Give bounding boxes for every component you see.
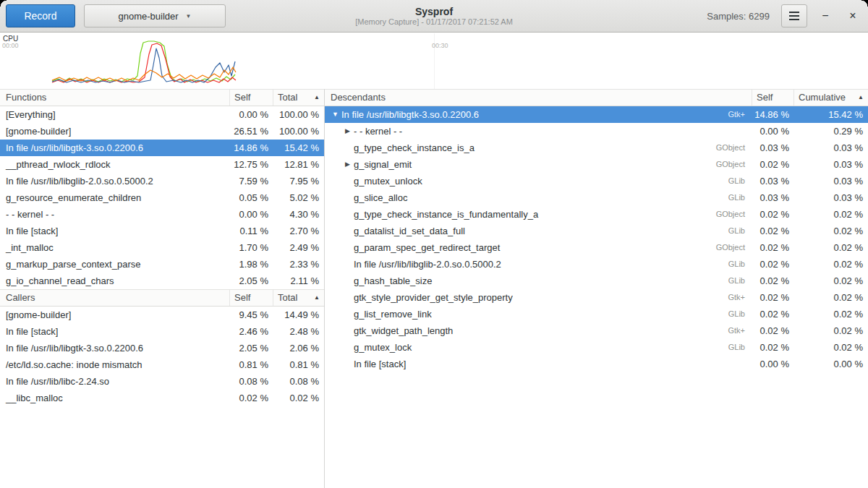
total-percent: 100.00 % <box>273 123 324 140</box>
expander-icon[interactable]: ▶ <box>341 156 354 173</box>
function-name: /etc/ld.so.cache: inode mismatch <box>6 356 142 373</box>
table-row[interactable]: g_hash_table_sizeGLib0.02 %0.02 % <box>325 273 868 289</box>
function-name-cell: In file /usr/lib/libgtk-3.so.0.2200.6 <box>0 140 230 156</box>
table-row[interactable]: /etc/ld.so.cache: inode mismatch0.81 %0.… <box>0 356 324 373</box>
table-row[interactable]: In file /usr/lib/libgtk-3.so.0.2200.62.0… <box>0 340 324 356</box>
self-percent: 0.00 % <box>752 356 794 372</box>
process-selector-dropdown[interactable]: gnome-builder ▼ <box>84 4 226 27</box>
table-row[interactable]: gtk_widget_path_lengthGtk+0.02 %0.02 % <box>325 322 868 339</box>
table-row[interactable]: In file /usr/lib/libc-2.24.so0.08 %0.08 … <box>0 373 324 390</box>
table-row[interactable]: ▶g_signal_emitGObject0.02 %0.03 % <box>325 156 868 173</box>
function-name: g_markup_parse_context_parse <box>6 256 140 273</box>
table-row[interactable]: In file /usr/lib/libglib-2.0.so.0.5000.2… <box>325 256 868 273</box>
total-percent: 0.02 % <box>794 306 868 322</box>
menu-button[interactable] <box>781 4 807 27</box>
table-row[interactable]: g_mutex_unlockGLib0.03 %0.03 % <box>325 173 868 189</box>
table-row[interactable]: g_param_spec_get_redirect_targetGObject0… <box>325 239 868 256</box>
descendants-self-column-header[interactable]: Self <box>752 90 794 106</box>
function-name: - - kernel - - <box>6 206 54 223</box>
table-row[interactable]: g_resource_enumerate_children0.05 %5.02 … <box>0 189 324 206</box>
table-row[interactable]: [gnome-builder]26.51 %100.00 % <box>0 123 324 140</box>
total-percent: 0.02 % <box>794 223 868 239</box>
total-percent: 0.81 % <box>273 356 324 373</box>
total-percent: 0.03 % <box>794 140 868 156</box>
descendants-cumulative-column-header[interactable]: Cumulative ▲ <box>794 90 868 106</box>
descendants-column-header[interactable]: Descendants <box>325 90 752 106</box>
table-row[interactable]: _int_malloc1.70 %2.49 % <box>0 239 324 256</box>
self-percent: 26.51 % <box>230 123 273 140</box>
cpu-timeline[interactable]: CPU 00:00 00:30 <box>0 33 868 89</box>
functions-panel: Functions Self Total ▲ [Everything]0.00 … <box>0 89 324 289</box>
total-percent: 14.49 % <box>273 307 324 323</box>
functions-self-column-header[interactable]: Self <box>230 90 273 106</box>
close-button[interactable]: × <box>843 7 862 25</box>
function-name-cell: g_param_spec_get_redirect_targetGObject <box>325 239 752 256</box>
function-name-cell: __pthread_rwlock_rdlock <box>0 156 230 173</box>
table-row[interactable]: ▼In file /usr/lib/libgtk-3.so.0.2200.6Gt… <box>325 106 868 123</box>
library-badge: GObject <box>716 140 752 156</box>
function-name: g_type_check_instance_is_a <box>354 140 475 156</box>
expander-icon[interactable]: ▶ <box>341 123 354 140</box>
total-percent: 0.29 % <box>794 123 868 140</box>
table-row[interactable]: g_list_remove_linkGLib0.02 %0.02 % <box>325 306 868 322</box>
total-percent: 0.02 % <box>794 289 868 306</box>
table-row[interactable]: In file /usr/lib/libglib-2.0.so.0.5000.2… <box>0 173 324 189</box>
table-row[interactable]: g_type_check_instance_is_aGObject0.03 %0… <box>325 140 868 156</box>
functions-total-column-header[interactable]: Total ▲ <box>273 90 324 106</box>
callers-list: [gnome-builder]9.45 %14.49 %In file [sta… <box>0 307 324 406</box>
function-name-cell: [gnome-builder] <box>0 123 230 140</box>
total-percent: 0.02 % <box>273 390 324 406</box>
table-row[interactable]: [gnome-builder]9.45 %14.49 % <box>0 307 324 323</box>
table-row[interactable]: g_markup_parse_context_parse1.98 %2.33 % <box>0 256 324 273</box>
table-row[interactable]: g_slice_allocGLib0.03 %0.03 % <box>325 189 868 206</box>
table-row[interactable]: In file [stack]0.11 %2.70 % <box>0 223 324 239</box>
table-row[interactable]: In file [stack]0.00 %0.00 % <box>325 356 868 372</box>
minimize-button[interactable]: − <box>816 7 835 25</box>
total-percent: 0.03 % <box>794 189 868 206</box>
sort-indicator-icon: ▲ <box>314 290 320 306</box>
function-name: [Everything] <box>6 106 56 123</box>
self-percent: 0.02 % <box>752 289 794 306</box>
callers-total-column-header[interactable]: Total ▲ <box>273 290 324 306</box>
table-row[interactable]: gtk_style_provider_get_style_propertyGtk… <box>325 289 868 306</box>
function-name: In file /usr/lib/libglib-2.0.so.0.5000.2 <box>6 173 153 189</box>
total-percent: 4.30 % <box>273 206 324 223</box>
function-name: g_type_check_instance_is_fundamentally_a <box>354 206 538 223</box>
samples-count: Samples: 6299 <box>707 11 770 22</box>
table-row[interactable]: In file /usr/lib/libgtk-3.so.0.2200.614.… <box>0 140 324 156</box>
table-row[interactable]: __libc_malloc0.02 %0.02 % <box>0 390 324 406</box>
function-name-cell: g_type_check_instance_is_aGObject <box>325 140 752 156</box>
table-row[interactable]: ▶- - kernel - -0.00 %0.29 % <box>325 123 868 140</box>
function-name: - - kernel - - <box>354 123 402 140</box>
function-name-cell: g_list_remove_linkGLib <box>325 306 752 322</box>
table-row[interactable]: In file [stack]2.46 %2.48 % <box>0 323 324 340</box>
header-bar: Record gnome-builder ▼ Sysprof [Memory C… <box>0 0 868 33</box>
library-badge: GLib <box>728 189 752 206</box>
self-percent: 0.03 % <box>752 189 794 206</box>
table-row[interactable]: [Everything]0.00 %100.00 % <box>0 106 324 123</box>
self-percent: 7.59 % <box>230 173 273 189</box>
table-row[interactable]: g_datalist_id_set_data_fullGLib0.02 %0.0… <box>325 223 868 239</box>
function-name: g_param_spec_get_redirect_target <box>354 239 500 256</box>
function-name-cell: g_mutex_unlockGLib <box>325 173 752 189</box>
table-row[interactable]: __pthread_rwlock_rdlock12.75 %12.81 % <box>0 156 324 173</box>
functions-list: [Everything]0.00 %100.00 %[gnome-builder… <box>0 106 324 289</box>
table-row[interactable]: g_mutex_lockGLib0.02 %0.02 % <box>325 339 868 356</box>
self-percent: 0.00 % <box>230 106 273 123</box>
total-percent: 2.70 % <box>273 223 324 239</box>
table-row[interactable]: g_type_check_instance_is_fundamentally_a… <box>325 206 868 223</box>
record-button[interactable]: Record <box>6 4 75 27</box>
function-name: In file [stack] <box>6 323 58 340</box>
function-name: In file /usr/lib/libgtk-3.so.0.2200.6 <box>341 106 479 123</box>
table-row[interactable]: g_io_channel_read_chars2.05 %2.11 % <box>0 273 324 289</box>
table-row[interactable]: - - kernel - -0.00 %4.30 % <box>0 206 324 223</box>
total-percent: 100.00 % <box>273 106 324 123</box>
callers-self-column-header[interactable]: Self <box>230 290 273 306</box>
total-percent: 0.02 % <box>794 273 868 289</box>
library-badge: Gtk+ <box>728 106 752 123</box>
callers-column-header[interactable]: Callers <box>0 290 230 306</box>
self-percent: 0.02 % <box>752 273 794 289</box>
total-percent: 2.49 % <box>273 239 324 256</box>
expander-icon[interactable]: ▼ <box>329 106 341 123</box>
functions-column-header[interactable]: Functions <box>0 90 230 106</box>
